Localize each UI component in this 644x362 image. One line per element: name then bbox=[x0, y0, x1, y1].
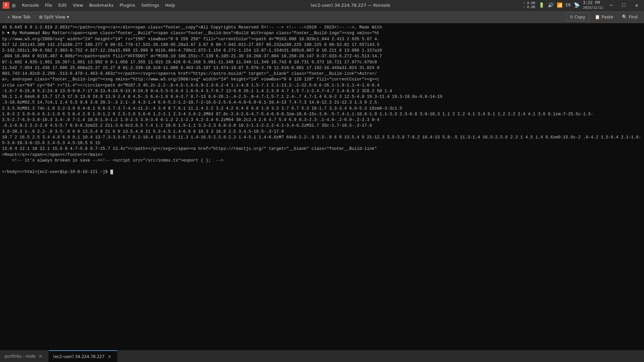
menu-bookmarks[interactable]: Bookmarks bbox=[87, 1, 116, 9]
window-title: (ec2-user) 34.224.78.227 — Konsole bbox=[178, 3, 523, 8]
menu-file[interactable]: File bbox=[42, 1, 55, 9]
terminal-output: 45 8.645 0 0 1-2.019 2.083z"></path></sv… bbox=[2, 25, 642, 175]
tab-ec2-close[interactable]: ✕ bbox=[107, 354, 113, 360]
chevron-down-icon: ▾ bbox=[67, 14, 69, 19]
close-button[interactable]: ✕ bbox=[632, 1, 641, 10]
network-stats: ↑ 0.0B ↓ 0.0B bbox=[523, 1, 535, 9]
wifi-icon: 📡 bbox=[574, 2, 580, 8]
menu-plugins[interactable]: Plugins bbox=[117, 1, 138, 9]
tab-ec2[interactable]: (ec2-user) 34.224.78.227 ✕ bbox=[49, 350, 118, 362]
split-view-label: Split View bbox=[44, 14, 65, 19]
menu-settings[interactable]: Settings bbox=[139, 1, 162, 9]
titlebar-left: K ▦ Konsole File Edit View Bookmarks Plu… bbox=[3, 1, 178, 9]
copy-button[interactable]: ⎘ Copy bbox=[566, 13, 590, 21]
cursor bbox=[110, 170, 113, 174]
menu-view[interactable]: View bbox=[70, 1, 86, 9]
menu-edit[interactable]: Edit bbox=[56, 1, 69, 9]
search-icon: 🔍 bbox=[622, 14, 627, 19]
grid-icon: ▦ bbox=[12, 2, 15, 9]
split-icon: ⊞ bbox=[39, 14, 43, 19]
menu-konsole[interactable]: Konsole bbox=[19, 1, 42, 9]
paste-button[interactable]: 📋 Paste bbox=[591, 13, 617, 21]
lang-indicator: EN bbox=[566, 3, 571, 8]
copy-label: Copy bbox=[574, 14, 585, 19]
audio-icon: 🔊 bbox=[548, 2, 553, 8]
app-icon: K bbox=[3, 2, 9, 9]
split-view-button[interactable]: ⊞ Split View ▾ bbox=[36, 13, 73, 21]
minimize-button[interactable]: — bbox=[606, 1, 616, 10]
window-icon: ▦ bbox=[12, 2, 15, 9]
copy-icon: ⎘ bbox=[570, 14, 573, 19]
net-up: ↑ 0.0B bbox=[523, 1, 535, 5]
battery-icon: 🔋 bbox=[539, 2, 544, 8]
clock: 3:22 PM 2023/11/11 bbox=[583, 1, 603, 10]
tabbar: portfolio : node ✕ (ec2-user) 34.224.78.… bbox=[0, 350, 644, 362]
titlebar-right: ↑ 0.0B ↓ 0.0B 🔋 🔊 📶 EN 📡 3:22 PM 2023/11… bbox=[523, 1, 641, 10]
plus-icon: ＋ bbox=[6, 14, 11, 20]
paste-icon: 📋 bbox=[595, 14, 600, 19]
toolbar-right: ⎘ Copy 📋 Paste 🔍 Find bbox=[566, 13, 641, 21]
tab-portfolio-close[interactable]: ✕ bbox=[38, 353, 44, 359]
new-tab-button[interactable]: ＋ New Tab bbox=[3, 12, 34, 22]
net-down: ↓ 0.0B bbox=[523, 5, 535, 9]
find-label: Find bbox=[629, 14, 638, 19]
menu-help[interactable]: Help bbox=[162, 1, 178, 9]
tab-portfolio[interactable]: portfolio : node ✕ bbox=[0, 350, 49, 362]
terminal-area[interactable]: 45 8.645 0 0 1-2.019 2.083z"></path></sv… bbox=[0, 23, 644, 350]
titlebar: K ▦ Konsole File Edit View Bookmarks Plu… bbox=[0, 0, 644, 11]
network-icon: 📶 bbox=[557, 2, 562, 8]
new-tab-label: New Tab bbox=[12, 14, 31, 19]
find-button[interactable]: 🔍 Find bbox=[618, 13, 641, 21]
toolbar: ＋ New Tab ⊞ Split View ▾ ⎘ Copy 📋 Paste … bbox=[0, 11, 644, 23]
maximize-button[interactable]: □ bbox=[619, 1, 629, 10]
paste-label: Paste bbox=[601, 14, 613, 19]
menu-bar: Konsole File Edit View Bookmarks Plugins… bbox=[19, 1, 178, 9]
tab-portfolio-label: portfolio : node bbox=[5, 354, 36, 359]
tab-ec2-label: (ec2-user) 34.224.78.227 bbox=[53, 354, 105, 359]
